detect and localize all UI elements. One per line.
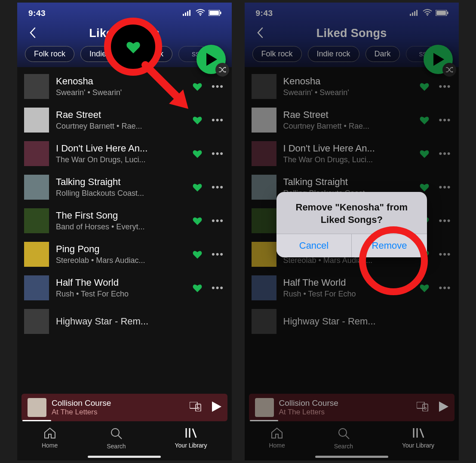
chip-folk-rock[interactable]: Folk rock: [252, 46, 302, 62]
chip-folk-rock[interactable]: Folk rock: [25, 46, 74, 62]
more-button[interactable]: •••: [211, 180, 225, 194]
remove-song-alert: Remove "Kenosha" from Liked Songs? Cance…: [276, 192, 427, 257]
like-button[interactable]: [190, 247, 204, 261]
cancel-button[interactable]: Cancel: [276, 234, 352, 257]
track-title: I Don't Live Here An...: [56, 143, 184, 154]
tab-home[interactable]: Home: [42, 427, 58, 450]
devices-icon[interactable]: [417, 402, 429, 413]
tab-label: Home: [42, 442, 58, 449]
shuffle-icon[interactable]: [442, 63, 456, 77]
progress-bar[interactable]: [250, 420, 279, 421]
track-title: Talking Straight: [56, 176, 184, 188]
now-playing-title: Collision Course: [279, 398, 338, 408]
more-button[interactable]: •••: [438, 281, 452, 295]
track-row[interactable]: Ping Pong Stereolab • Mars Audiac... •••: [17, 238, 232, 271]
like-button[interactable]: [418, 80, 431, 93]
library-icon: [412, 427, 424, 440]
chip-dark[interactable]: Dark: [138, 46, 172, 62]
track-row[interactable]: Highway Star - Rem...: [245, 305, 459, 338]
like-button[interactable]: [190, 214, 204, 228]
shuffle-icon[interactable]: [215, 63, 229, 77]
status-icons: [183, 9, 221, 18]
track-row[interactable]: I Don't Live Here An... The War On Drugs…: [17, 137, 232, 170]
chip-indie-rock[interactable]: Indie rock: [80, 46, 132, 62]
like-button[interactable]: [190, 147, 204, 161]
more-button[interactable]: •••: [211, 214, 225, 228]
track-meta: Kenosha Swearin' • Swearin': [56, 76, 184, 97]
like-button[interactable]: [190, 80, 204, 93]
track-title: I Don't Live Here An...: [283, 143, 411, 154]
title-row: Liked Songs: [252, 25, 451, 46]
remove-button[interactable]: Remove: [351, 234, 427, 257]
more-button[interactable]: •••: [438, 80, 452, 93]
back-button[interactable]: [252, 25, 268, 40]
home-indicator[interactable]: [88, 456, 161, 458]
album-art: [24, 74, 49, 99]
tab-search[interactable]: Search: [334, 427, 353, 450]
like-button[interactable]: [190, 113, 204, 127]
like-button[interactable]: [190, 180, 204, 194]
now-playing[interactable]: Collision Course At The Letters: [21, 394, 227, 421]
svg-point-21: [427, 14, 428, 15]
track-row[interactable]: Rae Street Courtney Barnett • Rae... •••: [17, 103, 232, 137]
wifi-icon: [196, 9, 205, 18]
track-row[interactable]: KenoshaSwearin' • Swearin' •••: [245, 70, 459, 103]
like-button[interactable]: [418, 147, 431, 161]
more-button[interactable]: •••: [211, 247, 225, 261]
more-button[interactable]: •••: [211, 281, 225, 295]
filter-chips: Folk rock Indie rock Dark ss: [25, 46, 224, 65]
track-list[interactable]: Kenosha Swearin' • Swearin' ••• Rae Stre…: [17, 67, 232, 394]
svg-rect-20: [416, 10, 418, 16]
now-playing-title: Collision Course: [52, 398, 111, 408]
chip-indie-rock[interactable]: Indie rock: [308, 46, 359, 62]
track-row[interactable]: Highway Star - Rem...: [17, 305, 232, 338]
track-title: The First Song: [56, 210, 184, 221]
svg-rect-3: [189, 10, 190, 16]
track-meta: The First Song Band of Horses • Everyt..…: [56, 210, 184, 232]
chip-dark[interactable]: Dark: [365, 46, 400, 62]
tab-search[interactable]: Search: [107, 427, 126, 450]
track-sub: The War On Drugs, Luci...: [283, 155, 411, 164]
track-row[interactable]: I Don't Live Here An...The War On Drugs,…: [245, 137, 459, 170]
tab-home[interactable]: Home: [269, 427, 285, 450]
track-title: Half The World: [56, 277, 184, 288]
progress-bar[interactable]: [22, 420, 51, 421]
like-button[interactable]: [418, 281, 431, 295]
status-time: 9:43: [256, 9, 273, 18]
track-row[interactable]: Kenosha Swearin' • Swearin' •••: [17, 70, 232, 103]
track-row[interactable]: Half The World Rush • Test For Echo •••: [17, 271, 232, 305]
more-button[interactable]: •••: [438, 180, 452, 194]
now-playing[interactable]: Collision Course At The Letters: [249, 394, 455, 421]
svg-point-4: [200, 14, 201, 15]
like-button[interactable]: [190, 281, 204, 295]
track-row[interactable]: The First Song Band of Horses • Everyt..…: [17, 204, 232, 238]
devices-icon[interactable]: [190, 402, 202, 413]
now-playing-sub: At The Letters: [52, 408, 111, 417]
status-time: 9:43: [28, 9, 46, 18]
tab-label: Home: [269, 442, 285, 449]
more-button[interactable]: •••: [438, 214, 452, 228]
svg-point-10: [197, 407, 199, 409]
more-button[interactable]: •••: [211, 147, 225, 161]
more-button[interactable]: •••: [438, 147, 452, 161]
tab-library[interactable]: Your Library: [402, 427, 434, 450]
tab-library[interactable]: Your Library: [175, 427, 207, 450]
like-button[interactable]: [418, 113, 431, 127]
home-indicator[interactable]: [315, 456, 388, 458]
screenshot-left: 9:43 Liked Songs Folk rock Indie rock: [17, 3, 232, 460]
more-button[interactable]: •••: [438, 113, 452, 127]
mini-play-button[interactable]: [439, 401, 448, 414]
tab-label: Your Library: [402, 442, 434, 449]
more-button[interactable]: •••: [438, 247, 452, 261]
more-button[interactable]: •••: [211, 113, 225, 127]
track-row[interactable]: Rae StreetCourtney Barnett • Rae... •••: [245, 103, 459, 137]
svg-rect-0: [183, 14, 184, 16]
track-sub: Swearin' • Swearin': [56, 88, 184, 97]
track-row[interactable]: Half The WorldRush • Test For Echo •••: [245, 271, 459, 305]
album-art: [252, 175, 276, 200]
track-row[interactable]: Talking Straight Rolling Blackouts Coast…: [17, 170, 232, 204]
back-button[interactable]: [25, 25, 40, 40]
more-button[interactable]: •••: [211, 80, 225, 93]
svg-rect-1: [185, 12, 186, 16]
mini-play-button[interactable]: [212, 401, 221, 414]
